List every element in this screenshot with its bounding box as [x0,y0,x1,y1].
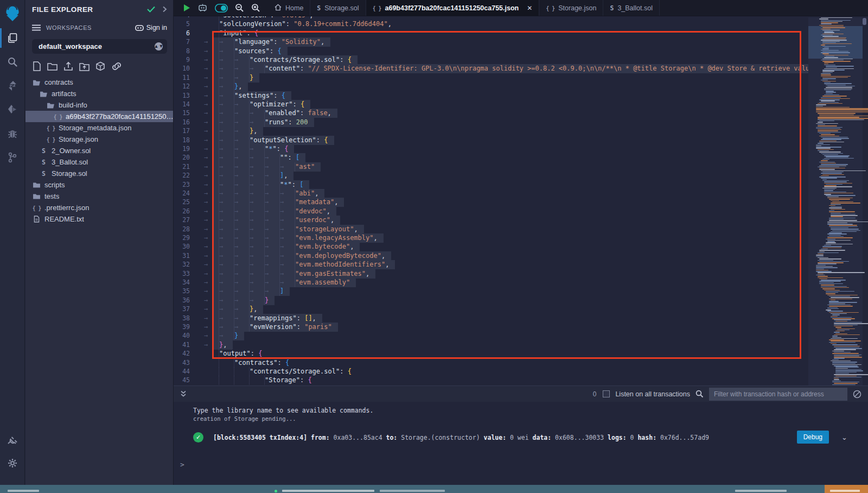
code-line-24[interactable]: 24→→→→→→"abi", [174,189,797,198]
code-editor[interactable]: 4→"solcVersion": "0.8.19",5→"solcLongVer… [174,16,868,385]
tab-3-ballot-sol[interactable]: S3_Ballot.sol [603,0,660,16]
tree-item-3-ballot-sol[interactable]: S3_Ballot.sol [25,156,174,168]
code-line-33[interactable]: 33→→→→→→"evm.gasEstimates", [174,269,797,279]
editor-scrollbar-thumb[interactable] [863,18,866,25]
code-line-21[interactable]: 21→→→→→→"ast" [174,162,797,172]
terminal[interactable]: Type the library name to see available c… [174,402,868,485]
code-line-30[interactable]: 30→→→→→→"evm.bytecode", [174,242,797,251]
code-line-6[interactable]: 6→"input": { [174,29,797,38]
link-icon[interactable] [111,62,122,71]
tree-item-contracts[interactable]: contracts [25,77,174,88]
code-line-41[interactable]: 41→}, [174,340,797,350]
code-line-7[interactable]: 7→→"language": "Solidity", [174,37,797,47]
code-line-25[interactable]: 25→→→→→→"metadata", [174,198,797,207]
tree-item-build-info[interactable]: build-info [25,99,174,111]
code-line-10[interactable]: 10→→→→"content": "// SPDX-License-Identi… [174,64,797,73]
publish-ipfs-cube-icon[interactable] [95,61,105,71]
transaction-expand-chevron-icon[interactable]: ⌄ [841,433,847,441]
new-folder-icon[interactable] [47,62,58,71]
code-line-45[interactable]: 45→→→→"Storage": { [174,376,797,385]
code-line-37[interactable]: 37→→→}, [174,305,797,314]
code-line-42[interactable]: 42→"output": { [174,349,797,358]
tab-home[interactable]: Home [268,0,310,16]
upload-folder-icon[interactable] [79,62,90,71]
code-line-34[interactable]: 34→→→→→→"evm.assembly" [174,278,797,287]
ai-copilot-robot-icon[interactable] [197,3,208,12]
code-line-35[interactable]: 35→→→→→] [174,287,797,296]
tree-item-scripts[interactable]: scripts [25,179,174,191]
terminal-prompt[interactable]: > [180,460,184,469]
tree-item-readme-txt[interactable]: README.txt [25,213,174,225]
sidebar-item-plugin-manager[interactable] [0,427,25,451]
checkmark-icon[interactable] [147,6,156,12]
code-line-23[interactable]: 23→→→→→"*": [ [174,180,797,189]
sidebar-item-search[interactable] [0,50,25,74]
debug-button[interactable]: Debug [797,431,829,444]
code-line-12[interactable]: 12→→}, [174,82,797,91]
sidebar-item-debugger[interactable] [0,122,25,146]
copilot-toggle-icon[interactable] [215,4,228,12]
tree-item--prettierrc-json[interactable]: { }.prettierrc.json [25,202,174,213]
code-line-22[interactable]: 22→→→→→], [174,171,797,180]
tree-item-2-owner-sol[interactable]: S2_Owner.sol [25,145,174,156]
tree-item-a69b43f277ba20fcac141151250ca7-[interactable]: { }a69b43f277ba20fcac141151250ca7... [25,111,174,122]
code-line-27[interactable]: 27→→→→→→"userdoc", [174,216,797,225]
status-orange-segment[interactable] [825,485,868,493]
zoom-in-icon[interactable] [251,3,260,12]
code-line-43[interactable]: 43→→"contracts": { [174,358,797,368]
code-line-38[interactable]: 38→→→"remappings": [], [174,314,797,323]
code-line-31[interactable]: 31→→→→→→"evm.deployedBytecode", [174,251,797,261]
code-line-28[interactable]: 28→→→→→→"storageLayout", [174,225,797,234]
tree-item-storage-sol[interactable]: SStorage.sol [25,168,174,179]
transaction-log-row[interactable]: ✓ [block:5583405 txIndex:4] from: 0xa03.… [193,432,857,443]
tree-item-artifacts[interactable]: artifacts [25,88,174,99]
code-line-44[interactable]: 44→→→"contracts/Storage.sol": { [174,367,797,376]
code-line-40[interactable]: 40→→} [174,331,797,340]
zoom-out-icon[interactable] [235,3,244,12]
minimap-line [818,272,865,273]
transaction-filter-input[interactable] [709,388,847,401]
code-line-9[interactable]: 9→→→"contracts/Storage.sol": { [174,55,797,65]
run-script-play-button[interactable] [183,4,190,12]
tree-item-tests[interactable]: tests [25,191,174,202]
code-line-39[interactable]: 39→→→"evmVersion": "paris" [174,323,797,332]
code-line-16[interactable]: 16→→→→"runs": 200 [174,118,797,127]
code-line-11[interactable]: 11→→→} [174,73,797,83]
listen-all-transactions-checkbox[interactable] [603,390,610,397]
tab-close-icon[interactable]: ✕ [527,4,532,12]
code-line-29[interactable]: 29→→→→→→"evm.legacyAssembly", [174,233,797,243]
chevron-right-icon[interactable] [162,6,167,12]
hamburger-menu-icon[interactable] [32,24,41,31]
upload-file-icon[interactable] [63,61,73,71]
minimap[interactable] [808,17,863,385]
tree-item-storage-json[interactable]: { }Storage.json [25,134,174,145]
tree-item-storage-metadata-json[interactable]: { }Storage_metadata.json [25,122,174,134]
sidebar-item-settings[interactable] [0,451,25,475]
sidebar-item-solidity-compiler[interactable] [0,74,25,98]
code-line-17[interactable]: 17→→→}, [174,127,797,136]
code-line-19[interactable]: 19→→→→"*": { [174,144,797,154]
tab-a69b43f277ba20fcac141151250ca755-json[interactable]: { }a69b43f277ba20fcac141151250ca755.json… [366,0,540,16]
remix-logo[interactable] [0,0,25,26]
tab-storage-json[interactable]: { }Storage.json [539,0,603,16]
clear-console-icon[interactable] [853,390,861,399]
code-line-13[interactable]: 13→→"settings": { [174,91,797,100]
code-line-20[interactable]: 20→→→→→"": [ [174,153,797,162]
code-line-15[interactable]: 15→→→→"enabled": false, [174,109,797,118]
code-line-14[interactable]: 14→→→"optimizer": { [174,100,797,109]
new-file-icon[interactable] [33,61,41,71]
terminal-search-icon[interactable] [695,390,704,398]
workspace-select[interactable]: default_workspace ▲▼ [32,39,167,54]
code-line-32[interactable]: 32→→→→→→"evm.methodIdentifiers", [174,260,797,269]
terminal-collapse-chevrons-icon[interactable] [180,390,187,397]
tab-storage-sol[interactable]: SStorage.sol [310,0,366,16]
code-line-26[interactable]: 26→→→→→→"devdoc", [174,207,797,216]
sidebar-item-deploy-run[interactable] [0,98,25,122]
code-line-5[interactable]: 5→"solcLongVersion": "0.8.19+commit.7dd6… [174,20,797,29]
sidebar-item-file-explorer[interactable] [0,26,25,50]
sign-in-button[interactable]: Sign in [135,24,167,31]
code-line-18[interactable]: 18→→→"outputSelection": { [174,136,797,145]
sidebar-item-git[interactable] [0,146,25,169]
code-line-8[interactable]: 8→→"sources": { [174,47,797,56]
code-line-36[interactable]: 36→→→→} [174,296,797,305]
